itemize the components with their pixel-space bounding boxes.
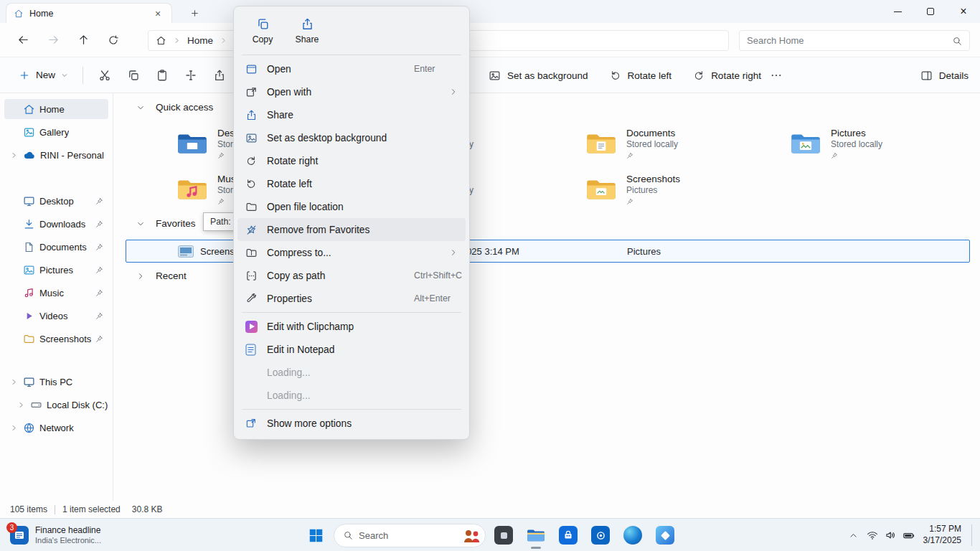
close-icon: × <box>960 6 966 17</box>
context-menu-item-compress-to[interactable]: Compress to... <box>237 241 466 264</box>
sidebar-item-pictures[interactable]: Pictures <box>4 260 108 280</box>
context-menu-item-share[interactable]: Share <box>237 103 466 126</box>
network-volume-battery-button[interactable] <box>867 529 915 542</box>
more-options-button[interactable] <box>762 63 791 88</box>
pin-icon <box>217 152 225 159</box>
tab-close-button[interactable]: × <box>151 7 164 20</box>
rename-button[interactable] <box>176 63 205 88</box>
refresh-button[interactable] <box>100 29 126 52</box>
sidebar-item-gallery[interactable]: Gallery <box>4 122 108 142</box>
section-favorites[interactable]: Favorites <box>136 218 196 229</box>
hidden-icons-button[interactable] <box>849 531 858 540</box>
context-menu-item-set-as-desktop-background[interactable]: Set as desktop background <box>237 126 466 149</box>
search-box[interactable] <box>739 30 970 51</box>
app-icon-blue[interactable] <box>586 521 615 550</box>
expand-chevron-icon[interactable] <box>9 378 19 386</box>
widgets-button[interactable]: 3 Finance headline India's Electronic... <box>4 522 107 548</box>
sidebar-item-documents[interactable]: Documents <box>4 237 108 257</box>
start-button[interactable] <box>301 521 330 550</box>
search-input[interactable] <box>747 35 952 46</box>
explorer-tab[interactable]: Home × <box>6 3 172 23</box>
up-button[interactable] <box>70 29 96 52</box>
context-menu-item-show-more-options[interactable]: Show more options <box>237 412 466 435</box>
cut-button[interactable] <box>90 63 119 88</box>
context-copy-button[interactable]: Copy <box>242 12 283 50</box>
set-as-background-button[interactable]: Set as background <box>489 70 588 82</box>
search-icon <box>952 36 962 46</box>
context-menu-item-loading-1: Loading... <box>237 361 466 384</box>
file-explorer-window: Home × × Home New <box>0 0 980 551</box>
quick-access-tile-screenshots[interactable]: Screenshots Pictures <box>578 166 773 212</box>
rotate-right-button[interactable]: Rotate right <box>693 70 761 81</box>
microsoft-store-taskbar-button[interactable] <box>554 521 583 550</box>
context-menu-item-edit-with-clipchamp[interactable]: Edit with Clipchamp <box>237 315 466 338</box>
clock[interactable]: 1:57 PM 3/17/2025 <box>923 524 961 546</box>
forward-button[interactable] <box>40 29 66 52</box>
submenu-chevron-icon <box>449 248 458 257</box>
image-actions: Set as background Rotate left Rotate rig… <box>489 63 761 88</box>
sidebar-item-label: Home <box>39 104 65 115</box>
section-recent[interactable]: Recent <box>136 270 187 281</box>
sidebar-item-home[interactable]: Home <box>4 99 108 119</box>
copy-button[interactable] <box>119 63 148 88</box>
sidebar-item-local-disk-c[interactable]: Local Disk (C:) <box>11 395 108 415</box>
minimize-button[interactable] <box>881 0 914 23</box>
photos-taskbar-button[interactable] <box>651 521 679 550</box>
forward-icon <box>47 34 60 46</box>
context-menu-item-copy-as-path[interactable]: Copy as path Ctrl+Shift+C <box>237 264 466 287</box>
section-quick-access[interactable]: Quick access <box>136 102 213 113</box>
expand-chevron-icon[interactable] <box>9 151 19 159</box>
context-menu-item-rotate-right[interactable]: Rotate right <box>237 149 466 172</box>
context-menu-item-open-with[interactable]: Open with <box>237 80 466 103</box>
share-icon <box>213 69 226 82</box>
edge-taskbar-button[interactable] <box>618 521 647 550</box>
new-button-label: New <box>36 70 55 80</box>
expand-chevron-icon[interactable] <box>16 401 26 409</box>
new-tab-button[interactable] <box>185 4 204 22</box>
close-button[interactable]: × <box>947 0 980 23</box>
search-highlight-image <box>462 527 481 543</box>
expand-chevron-icon[interactable] <box>9 424 19 432</box>
details-pane-button[interactable]: Details <box>920 63 969 88</box>
breadcrumb[interactable]: Home <box>187 35 213 46</box>
context-menu-item-edit-in-notepad[interactable]: Edit in Notepad <box>237 338 466 361</box>
open-with-icon <box>245 86 258 98</box>
sidebar-item-videos[interactable]: Videos <box>4 306 108 326</box>
paste-button[interactable] <box>148 63 176 88</box>
sidebar-item-screenshots[interactable]: Screenshots <box>4 329 108 349</box>
maximize-button[interactable] <box>914 0 947 23</box>
context-menu-item-rotate-left[interactable]: Rotate left <box>237 172 466 195</box>
context-menu-item-open[interactable]: Open Enter <box>237 57 466 80</box>
context-menu: Copy Share Open Enter Open with Share Se… <box>233 6 470 440</box>
sidebar-item-this-pc[interactable]: This PC <box>4 372 108 392</box>
rotate-left-button[interactable]: Rotate left <box>610 70 672 81</box>
sidebar-item-downloads[interactable]: Downloads <box>4 214 108 234</box>
volume-icon <box>885 529 896 541</box>
share-icon <box>301 17 314 31</box>
context-share-button[interactable]: Share <box>287 12 327 50</box>
quick-access-tile-documents[interactable]: Documents Stored locally <box>578 121 773 166</box>
sidebar-item-desktop[interactable]: Desktop <box>4 191 108 211</box>
section-label: Quick access <box>156 102 213 113</box>
rotate-left-label: Rotate left <box>628 70 672 81</box>
menu-separator <box>242 312 461 313</box>
file-explorer-taskbar-button[interactable] <box>522 521 550 550</box>
app-icon-dark[interactable] <box>489 521 518 550</box>
sidebar-item-onedrive[interactable]: RINI - Personal <box>4 145 108 165</box>
new-button[interactable]: New <box>11 63 75 88</box>
pin-icon <box>95 220 103 228</box>
show-desktop-button[interactable] <box>971 524 974 546</box>
this-pc-icon <box>23 376 35 388</box>
context-menu-item-open-file-location[interactable]: Open file location <box>237 195 466 218</box>
sidebar-item-music[interactable]: Music <box>4 283 108 303</box>
back-button[interactable] <box>10 29 36 52</box>
chevron-up-icon <box>849 531 858 540</box>
context-menu-item-remove-from-favorites[interactable]: Remove from Favorites <box>237 218 466 241</box>
chevron-right-icon <box>136 272 145 281</box>
sidebar-item-network[interactable]: Network <box>4 418 108 438</box>
context-menu-item-properties[interactable]: Properties Alt+Enter <box>237 287 466 310</box>
taskbar-search[interactable]: Search <box>334 524 486 547</box>
quick-access-tile-pictures[interactable]: Pictures Stored locally <box>783 121 978 166</box>
chevron-right-icon <box>220 37 227 44</box>
share-button[interactable] <box>205 63 234 88</box>
